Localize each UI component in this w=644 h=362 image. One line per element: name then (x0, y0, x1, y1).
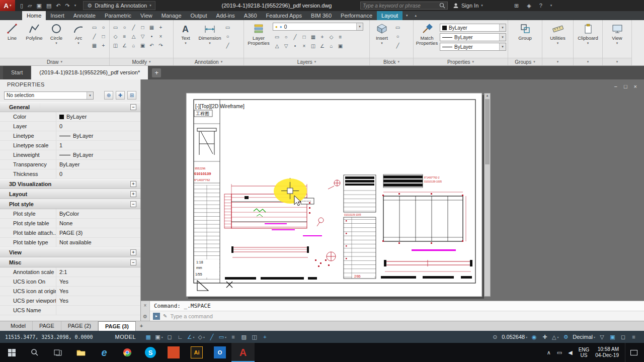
clean-screen-icon[interactable]: ◻ (618, 331, 628, 343)
layout-tab-page-3[interactable]: PAGE (3) (98, 321, 136, 331)
command-input-row[interactable]: ▸ ✎ Type a command (150, 311, 644, 321)
prop-value[interactable]: Yes (56, 296, 140, 305)
ribbon-mini-icon[interactable]: ○ (99, 23, 108, 32)
ribbon-mini-icon[interactable]: + (156, 23, 165, 32)
prop-row-thickness[interactable]: Thickness0 (0, 169, 140, 179)
ribbon-mini-icon[interactable]: ▦ (90, 41, 99, 50)
ribbon-tab-parametric[interactable]: Parametric (100, 11, 136, 20)
prop-row-plot-style[interactable]: Plot styleByColor (0, 209, 140, 219)
sign-in-button[interactable]: Sign In ▾ (453, 0, 483, 11)
restore-window-icon[interactable]: □ (624, 83, 627, 89)
autocad-icon[interactable]: A (231, 343, 255, 362)
prop-value[interactable]: 0 (56, 122, 140, 131)
panel-label-groups[interactable]: Groups▾ (508, 58, 542, 65)
annotation-scale-icon[interactable]: △▾ (550, 331, 560, 343)
object-lineweight-select[interactable]: ByLayer▾ (440, 43, 506, 51)
object-snap-tracking-icon[interactable]: ╱ (207, 331, 217, 343)
snap-mode-icon[interactable]: ▣▾ (153, 331, 164, 343)
prop-section-header-plot-style[interactable]: Plot style− (0, 199, 140, 209)
prop-value[interactable]: PAGE (3) (56, 228, 140, 237)
drawing-area[interactable]: [-][Top][2D Wireframe] 工程图 9552296 01010… (141, 79, 644, 301)
ribbon-mini-icon[interactable]: ⌂ (129, 41, 138, 50)
ribbon-mini-icon[interactable]: ◇ (327, 33, 336, 41)
vertical-scrollbar[interactable]: ▲ (484, 93, 491, 297)
prop-row-plot-table-attach[interactable]: Plot table attach...PAGE (3) (0, 228, 140, 238)
ribbon-mini-icon[interactable]: △ (273, 42, 281, 50)
prop-value[interactable]: 1 (56, 141, 140, 150)
layer-select[interactable]: ● ● 0 ▾ (273, 23, 363, 31)
chrome-icon[interactable] (116, 343, 139, 362)
dimension-button[interactable]: Dimension ▾ (197, 21, 222, 58)
layer-properties-button[interactable]: Layer Properties (246, 21, 272, 58)
ribbon-tab-annotate[interactable]: Annotate (69, 11, 100, 20)
doc-tab-start[interactable]: Start (3, 66, 31, 79)
prop-value[interactable]: ByLayer (56, 150, 140, 159)
help-icon[interactable]: ? (539, 3, 542, 9)
prop-row-color[interactable]: ColorByLayer (0, 112, 140, 122)
ribbon-mini-icon[interactable]: ○ (393, 32, 402, 41)
prop-section-header-misc[interactable]: Misc− (0, 257, 140, 267)
isolate-objects-icon[interactable]: ▽ (597, 331, 607, 343)
app-store-icon[interactable]: ⊞ (514, 3, 519, 9)
ribbon-tab-bim-360[interactable]: BIM 360 (306, 11, 336, 20)
panel-label-modify[interactable]: Modify▾ (110, 58, 173, 65)
prop-row-plot-table-type[interactable]: Plot table typeNot available (0, 238, 140, 247)
action-center-button[interactable] (625, 343, 642, 362)
utilities-button[interactable]: Utilities ▾ (545, 21, 571, 58)
prop-section-header-3d-visualization[interactable]: 3D Visualization+ (0, 179, 140, 189)
ui-lock-icon[interactable]: ⊙ (490, 331, 500, 343)
layout-tab-page[interactable]: PAGE (33, 321, 61, 331)
prop-value[interactable] (56, 306, 140, 315)
search-input[interactable] (363, 3, 437, 9)
viewport-control-label[interactable]: [-][Top][2D Wireframe] (195, 104, 245, 109)
panel-label-properties[interactable]: Properties▾ (414, 58, 508, 65)
panel-label-utilities[interactable]: ▾ (542, 58, 573, 65)
ribbon-mini-icon[interactable]: ∠ (120, 41, 129, 50)
ribbon-tab-performance[interactable]: Performance (336, 11, 377, 20)
annotation-visibility-icon[interactable]: ◉ (529, 331, 539, 343)
panel-label-clipboard[interactable]: ▾ (574, 58, 602, 65)
task-view-button[interactable] (46, 343, 69, 362)
ribbon-mini-icon[interactable]: ⌂ (327, 42, 336, 50)
save-icon[interactable]: ▣ (37, 3, 42, 9)
ribbon-mini-icon[interactable]: □ (99, 32, 108, 41)
grid-display-icon[interactable]: ▦ (143, 331, 153, 343)
new-drawing-button[interactable]: + (152, 68, 161, 77)
ribbon-mini-icon[interactable]: ▦ (309, 33, 317, 41)
ribbon-mini-icon[interactable]: ▽ (282, 42, 290, 50)
file-explorer-icon[interactable] (69, 343, 93, 362)
taskbar-app-icon[interactable] (162, 343, 185, 362)
clock[interactable]: 10:58 AM 04-Dec-19 (595, 346, 619, 358)
polyline-button[interactable]: Polyline (24, 21, 45, 58)
recent-commands-icon[interactable]: ▸ (153, 313, 160, 320)
ribbon-mini-icon[interactable]: ╱ (90, 32, 99, 41)
expand-icon[interactable]: + (130, 181, 136, 187)
prop-value[interactable]: ByColor (56, 209, 140, 218)
scroll-up-icon[interactable]: ▲ (486, 94, 489, 98)
dynamic-input-icon[interactable]: + (260, 331, 270, 343)
group-button[interactable]: Group (515, 21, 536, 58)
layout-canvas[interactable]: [-][Top][2D Wireframe] 工程图 9552296 01010… (141, 79, 644, 301)
object-snap-icon[interactable]: ▭▾ (217, 331, 228, 343)
ribbon-tab-add-ins[interactable]: Add-ins (212, 11, 239, 20)
add-layout-button[interactable]: + (136, 321, 147, 331)
ribbon-mini-icon[interactable]: □ (300, 33, 308, 41)
annotation-autoscale-icon[interactable]: ✚ (539, 331, 550, 343)
ribbon-mini-icon[interactable]: ↶ (147, 41, 156, 50)
match-properties-button[interactable]: Match Properties (415, 21, 439, 58)
ribbon-mini-icon[interactable]: □ (138, 23, 147, 32)
text-button[interactable]: A Text ▾ (175, 21, 196, 58)
prop-row-ucs-name[interactable]: UCS Name (0, 306, 140, 315)
workspace-switching-icon[interactable]: ⚙ (560, 331, 571, 343)
quick-select-icon[interactable]: ⊞ (127, 91, 136, 100)
ortho-mode-icon[interactable]: ∟ (175, 331, 186, 343)
ribbon-tab-layout[interactable]: Layout (377, 11, 403, 20)
ribbon-mini-icon[interactable]: ≡ (336, 33, 345, 41)
infer-constraints-icon[interactable]: ◻ (165, 331, 175, 343)
lineweight-display-icon[interactable]: ≡ (228, 331, 238, 343)
ribbon-mini-icon[interactable]: + (318, 33, 327, 41)
ribbon-mini-icon[interactable]: ▭ (111, 23, 120, 32)
search-button[interactable] (23, 343, 46, 362)
close-command-icon[interactable]: × (144, 303, 147, 308)
select-objects-icon[interactable]: ✚ (116, 91, 125, 100)
